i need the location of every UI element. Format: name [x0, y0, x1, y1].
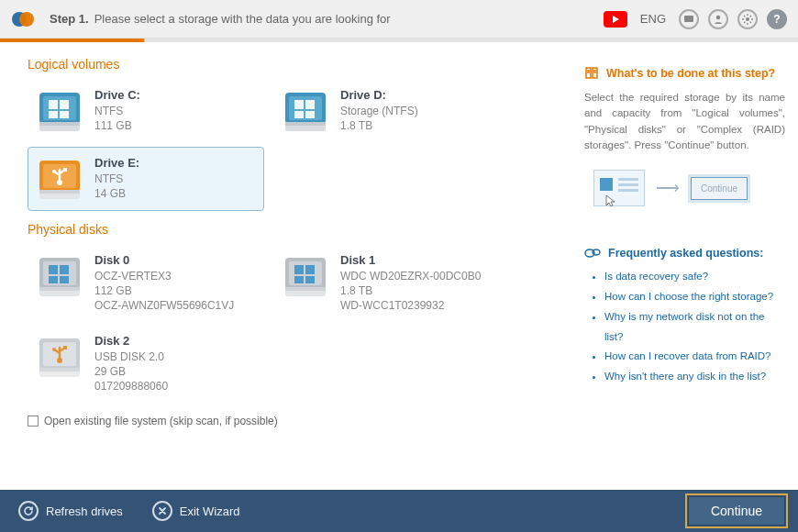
storage-panel: Logical volumes Drive C: NTFS 111 GB Dri…: [0, 42, 580, 490]
disk-title: Disk 2: [94, 333, 168, 349]
physical-disk-1[interactable]: Disk 1 WDC WD20EZRX-00DC0B0 1.8 TB WD-WC…: [273, 244, 510, 321]
help-text: Select the required storage by its name …: [584, 90, 785, 153]
disk-serial: WD-WCC1T0239932: [340, 298, 481, 313]
account-button[interactable]: [708, 9, 728, 29]
logical-volume-d[interactable]: Drive D: Storage (NTFS) 1.8 TB: [273, 79, 510, 143]
disk-title: Disk 0: [94, 252, 234, 269]
drive-fs: NTFS: [94, 172, 139, 186]
refresh-icon: [18, 501, 39, 521]
help-panel: What's to be done at this step? Select t…: [580, 42, 798, 490]
disk-size: 1.8 TB: [340, 283, 481, 298]
checkbox-label: Open existing file system (skip scan, if…: [44, 415, 278, 427]
faq-icon: [584, 247, 601, 260]
top-bar: Step 1. Please select a storage with the…: [0, 0, 798, 39]
youtube-button[interactable]: [604, 11, 627, 28]
step-description: Please select a storage with the data yo…: [94, 12, 391, 26]
step-number: Step 1.: [50, 12, 89, 26]
book-icon: [584, 66, 599, 81]
skip-scan-checkbox[interactable]: Open existing file system (skip scan, if…: [28, 415, 563, 427]
close-icon: [152, 501, 172, 521]
diagram-continue-badge: Continue: [691, 177, 748, 200]
app-logo-icon: [11, 7, 35, 31]
disk-model: OCZ-VERTEX3: [94, 269, 234, 283]
drive-fs: NTFS: [94, 104, 140, 118]
bottom-bar: Refresh drives Exit Wizard Continue: [0, 490, 798, 532]
drive-size: 1.8 TB: [340, 118, 418, 133]
disk-title: Disk 1: [340, 252, 481, 269]
drive-fs: Storage (NTFS): [340, 104, 418, 118]
disk-model: WDC WD20EZRX-00DC0B0: [340, 269, 481, 283]
physical-disk-2[interactable]: Disk 2 USB DISK 2.0 29 GB 017209888060: [28, 325, 264, 402]
disk-size: 29 GB: [94, 364, 168, 379]
disk-serial: OCZ-AWNZ0FW55696C1VJ: [94, 298, 234, 313]
disk-size: 112 GB: [94, 283, 234, 298]
svg-rect-24: [684, 16, 693, 22]
drive-size: 111 GB: [94, 118, 140, 133]
language-button[interactable]: ENG: [637, 12, 670, 26]
usb-icon: [36, 155, 83, 203]
help-button[interactable]: ?: [767, 9, 787, 29]
faq-link[interactable]: How can I recover data from RAID?: [604, 347, 785, 367]
refresh-drives-button[interactable]: Refresh drives: [13, 497, 128, 525]
logical-volume-c[interactable]: Drive C: NTFS 111 GB: [28, 79, 264, 143]
hdd-icon: [282, 252, 329, 300]
help-diagram: ⟶ Continue: [593, 170, 785, 206]
checkbox-icon: [28, 416, 39, 427]
faq-link[interactable]: How can I choose the right storage?: [604, 287, 785, 307]
drive-title: Drive E:: [94, 155, 139, 172]
logical-volumes-heading: Logical volumes: [28, 57, 563, 72]
svg-point-25: [716, 15, 720, 18]
svg-point-23: [19, 12, 34, 27]
faq-list: Is data recovery safe? How can I choose …: [584, 267, 785, 387]
drive-size: 14 GB: [94, 186, 139, 201]
usb-icon: [36, 333, 83, 381]
arrow-right-icon: ⟶: [656, 178, 680, 198]
physical-disk-0[interactable]: Disk 0 OCZ-VERTEX3 112 GB OCZ-AWNZ0FW556…: [28, 244, 264, 321]
physical-disks-heading: Physical disks: [28, 222, 563, 237]
hdd-icon: [36, 252, 83, 300]
help-heading: What's to be done at this step?: [584, 66, 785, 81]
hdd-icon: [282, 87, 329, 135]
disk-model: USB DISK 2.0: [94, 349, 168, 364]
faq-link[interactable]: Why is my network disk not on the list?: [604, 307, 785, 348]
disk-serial: 017209888060: [94, 379, 168, 393]
diagram-thumb-icon: [593, 170, 645, 206]
exit-wizard-button[interactable]: Exit Wizard: [147, 497, 246, 525]
faq-link[interactable]: Why isn't there any disk in the list?: [604, 367, 785, 387]
faq-link[interactable]: Is data recovery safe?: [604, 267, 785, 287]
settings-button[interactable]: [737, 9, 758, 29]
continue-button[interactable]: Continue: [688, 496, 785, 526]
feedback-button[interactable]: [679, 9, 699, 29]
logical-volume-e[interactable]: Drive E: NTFS 14 GB: [28, 147, 264, 211]
hdd-icon: [36, 87, 83, 135]
faq-heading: Frequently asked questions:: [584, 247, 785, 260]
cursor-icon: [605, 194, 618, 207]
svg-point-26: [746, 17, 749, 21]
drive-title: Drive C:: [94, 87, 140, 104]
drive-title: Drive D:: [340, 87, 418, 104]
